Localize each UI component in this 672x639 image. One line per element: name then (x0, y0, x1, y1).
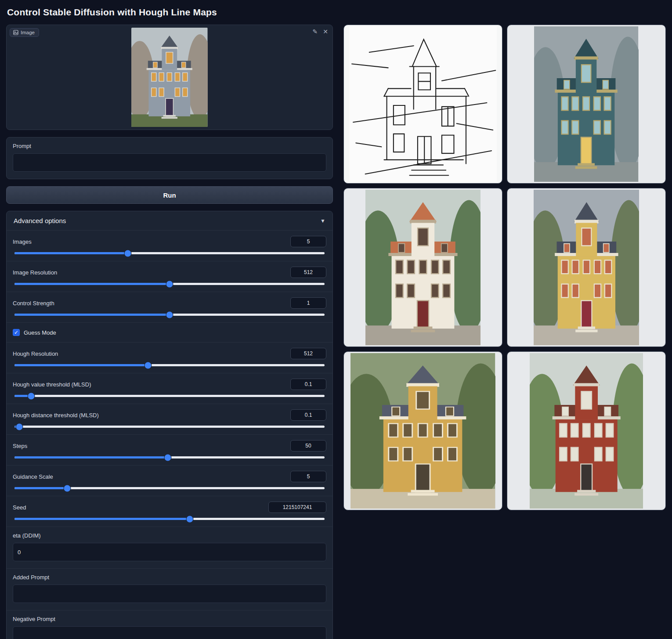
gallery-item-result-red-brick-victorian[interactable] (507, 351, 666, 510)
result-white-victorian (365, 190, 481, 345)
slider-track[interactable] (14, 487, 325, 489)
slider-label: Guidance Scale (13, 473, 53, 480)
negative-prompt-field-label: Negative Prompt (13, 616, 326, 622)
result-yellow-victorian (534, 190, 639, 345)
slider-row: Guidance Scale 5 (7, 465, 332, 496)
slider-row: Steps 50 (7, 434, 332, 465)
slider-label: Images (13, 238, 32, 245)
gallery-item-result-teal-victorian[interactable] (507, 25, 666, 184)
slider-row: Hough value threshold (MLSD) 0.1 (7, 373, 332, 404)
advanced-options-panel: Advanced options ▼ Images 5 Image Resolu… (6, 211, 333, 639)
added-prompt-field[interactable] (13, 585, 326, 603)
edit-image-icon[interactable]: ✎ (313, 29, 318, 35)
app-root: Control Stable Diffusion with Hough Line… (0, 0, 672, 639)
run-button[interactable]: Run (6, 186, 333, 204)
gallery-item-hough-line-map[interactable] (343, 25, 502, 184)
slider-handle[interactable] (166, 281, 173, 287)
slider-track[interactable] (14, 252, 325, 254)
checkbox[interactable]: ✓ (13, 329, 20, 336)
input-image-component[interactable]: Image ✎ ✕ (6, 25, 333, 130)
negative-prompt-field[interactable] (13, 626, 326, 639)
slider-handle[interactable] (124, 250, 131, 256)
slider-fill (14, 487, 67, 489)
slider-fill (14, 252, 128, 254)
slider-track[interactable] (14, 518, 325, 520)
clear-image-icon[interactable]: ✕ (323, 29, 328, 35)
slider-row: Hough distance threshold (MLSD) 0.1 (7, 404, 332, 434)
slider-handle[interactable] (165, 454, 171, 461)
added-prompt-field-row: Added Prompt (7, 568, 332, 610)
slider-fill (14, 456, 168, 458)
advanced-rows: Images 5 Image Resolution 512 Control St… (7, 230, 332, 527)
slider-label: Image Resolution (13, 269, 57, 276)
slider-handle[interactable] (28, 393, 35, 399)
slider-label: Hough distance threshold (MLSD) (13, 412, 99, 419)
left-column: Image ✎ ✕ Prompt Run Advanced opti (6, 25, 333, 639)
result-red-brick-victorian (530, 353, 643, 509)
page-title: Control Stable Diffusion with Hough Line… (7, 7, 666, 18)
image-icon (13, 30, 18, 35)
prompt-label: Prompt (13, 143, 326, 149)
slider-label: Steps (13, 443, 27, 449)
right-column (343, 25, 666, 510)
slider-handle[interactable] (166, 311, 173, 318)
slider-value-box[interactable]: 1215107241 (268, 502, 326, 513)
eta-ddim-field[interactable] (13, 543, 326, 561)
slider-value-box[interactable]: 0.1 (290, 379, 326, 390)
checkbox-label: Guess Mode (24, 329, 56, 336)
slider-value-box[interactable]: 0.1 (290, 409, 326, 421)
slider-value-box[interactable]: 5 (290, 471, 326, 482)
slider-value-box[interactable]: 50 (290, 440, 326, 451)
slider-label: Hough value threshold (MLSD) (13, 381, 91, 388)
eta-ddim-field-row: eta (DDIM) (7, 527, 332, 568)
image-label-tag: Image (10, 28, 39, 37)
image-label: Image (21, 30, 35, 35)
prompt-component: Prompt (6, 137, 333, 179)
gallery-item-result-white-victorian[interactable] (343, 188, 502, 347)
slider-handle[interactable] (145, 362, 151, 368)
slider-label: Seed (13, 504, 26, 511)
slider-track[interactable] (14, 364, 325, 366)
slider-row: Seed 1215107241 (7, 496, 332, 527)
slider-row: Images 5 (7, 230, 332, 261)
gallery-item-result-gold-victorian[interactable] (343, 351, 502, 510)
slider-label: Control Strength (13, 300, 54, 307)
slider-row: Control Strength 1 (7, 292, 332, 322)
advanced-options-label: Advanced options (14, 217, 66, 224)
slider-value-box[interactable]: 1 (290, 297, 326, 309)
slider-value-box[interactable]: 512 (290, 348, 326, 359)
slider-handle[interactable] (64, 485, 71, 491)
added-prompt-field-label: Added Prompt (13, 574, 326, 581)
advanced-options-header[interactable]: Advanced options ▼ (7, 211, 332, 230)
slider-handle[interactable] (186, 516, 193, 522)
slider-fill (14, 518, 190, 520)
slider-track[interactable] (14, 283, 325, 285)
slider-track[interactable] (14, 395, 325, 397)
slider-track[interactable] (14, 426, 325, 428)
slider-handle[interactable] (16, 423, 22, 430)
slider-fill (14, 314, 170, 316)
advanced-textfields: eta (DDIM)Added PromptNegative Prompt (7, 527, 332, 639)
slider-fill (14, 364, 148, 366)
slider-track[interactable] (14, 456, 325, 458)
result-teal-victorian (534, 26, 638, 182)
gallery-item-result-yellow-victorian[interactable] (507, 188, 666, 347)
input-image-thumbnail[interactable] (131, 28, 208, 127)
slider-value-box[interactable]: 512 (290, 267, 326, 278)
hough-line-map (349, 26, 497, 182)
result-gold-victorian (350, 353, 495, 509)
slider-value-box[interactable]: 5 (290, 236, 326, 247)
slider-label: Hough Resolution (13, 350, 58, 357)
slider-track[interactable] (14, 314, 325, 316)
slider-fill (14, 283, 170, 285)
guess-mode-checkbox-row: ✓ Guess Mode (7, 322, 332, 342)
negative-prompt-field-row: Negative Prompt (7, 610, 332, 639)
slider-row: Image Resolution 512 (7, 261, 332, 292)
gallery-grid (343, 25, 666, 510)
collapse-chevron-icon[interactable]: ▼ (320, 218, 325, 224)
eta-ddim-field-label: eta (DDIM) (13, 532, 326, 539)
prompt-input[interactable] (13, 153, 326, 172)
slider-row: Hough Resolution 512 (7, 342, 332, 373)
